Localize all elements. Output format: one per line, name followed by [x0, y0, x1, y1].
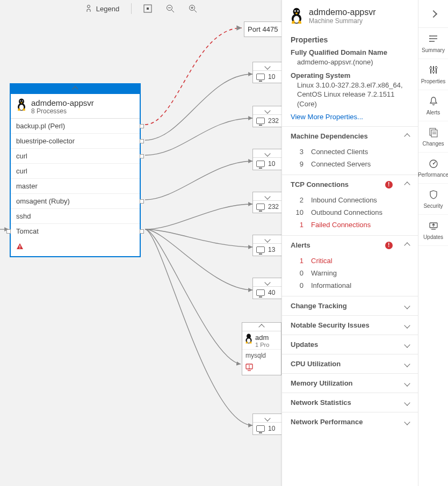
port-node[interactable]: Port 4475 — [244, 21, 283, 37]
accordion-collapsed: Network Statistics — [282, 393, 418, 412]
server-group-node[interactable]: 10 — [252, 414, 283, 435]
server-group-node[interactable]: 40 — [252, 278, 283, 299]
alerts-title: Alerts — [291, 241, 310, 249]
card2-collapse-button[interactable] — [242, 323, 281, 331]
accordion-header-deps[interactable]: Machine Dependencies — [282, 127, 418, 146]
error-badge-icon: ! — [385, 181, 393, 188]
node-expand-button[interactable] — [253, 414, 282, 423]
accordion-header[interactable]: Updates — [282, 335, 418, 354]
node-expand-button[interactable] — [253, 62, 282, 71]
accordion-header-alerts[interactable]: Alerts ! — [282, 236, 418, 255]
rail-item-properties[interactable]: Properties — [418, 59, 448, 90]
process-list: backup.pl (Perl)bluestripe-collectorcurl… — [11, 118, 140, 238]
chevron-up-icon — [72, 86, 78, 92]
os-label: Operating System — [291, 71, 409, 79]
server-group-node[interactable]: 232 — [252, 192, 283, 213]
node-expand-button[interactable] — [253, 235, 282, 244]
metric-label: Warning — [311, 269, 337, 277]
process-row[interactable]: curl — [11, 164, 140, 179]
card2-alert — [242, 361, 281, 375]
accordion-header[interactable]: Change Tracking — [282, 296, 418, 315]
svg-point-15 — [20, 101, 21, 101]
svg-point-36 — [429, 41, 430, 42]
metric-row[interactable]: 2Inbound Connections — [291, 194, 409, 206]
accordion-header[interactable]: Network Performance — [282, 412, 418, 431]
process-row[interactable]: omsagent (Ruby) — [11, 194, 140, 209]
accordion-title: Notable Security Issues — [291, 321, 370, 329]
details-panel: admdemo-appsvr Machine Summary Propertie… — [281, 0, 418, 486]
rail-label: Updates — [423, 234, 443, 240]
rail-item-changes[interactable]: Changes — [418, 121, 448, 153]
card2-process[interactable]: mysqld — [242, 349, 281, 361]
rail-item-performance[interactable]: Performance — [418, 153, 448, 184]
metric-label: Outbound Connections — [311, 208, 382, 216]
metric-row[interactable]: 3Connected Clients — [291, 146, 409, 158]
card2-sub: 1 Pro — [255, 342, 269, 348]
process-row[interactable]: backup.pl (Perl) — [11, 119, 140, 134]
legend-label: Legend — [96, 5, 119, 13]
metric-count: 3 — [291, 148, 304, 156]
rail-item-security[interactable]: Security — [418, 184, 448, 215]
security-icon — [428, 189, 439, 201]
panel-expand-button[interactable] — [418, 0, 448, 28]
metric-label: Connected Clients — [311, 148, 368, 156]
metric-row[interactable]: 0Warning — [291, 267, 409, 279]
toolbar-separator — [131, 3, 132, 14]
metric-count: 0 — [291, 269, 304, 277]
server-group-node[interactable]: 232 — [252, 106, 283, 127]
monitor-icon — [256, 425, 265, 432]
chevron-down-icon — [264, 150, 270, 156]
canvas-toolbar: Legend — [0, 0, 281, 17]
metric-row[interactable]: 1Critical — [291, 255, 409, 267]
rail-label: Changes — [422, 141, 444, 147]
process-row[interactable]: sshd — [11, 209, 140, 224]
server-group-node[interactable]: 13 — [252, 235, 283, 256]
chevron-up-icon — [404, 242, 410, 248]
monitor-icon — [256, 118, 265, 124]
view-more-properties-link[interactable]: View More Properties... — [291, 113, 363, 121]
svg-point-16 — [23, 101, 23, 101]
card-collapse-button[interactable] — [11, 84, 140, 94]
process-row[interactable]: master — [11, 179, 140, 194]
zoom-out-button[interactable] — [164, 2, 177, 15]
metric-row[interactable]: 10Outbound Connections — [291, 206, 409, 219]
fit-to-screen-button[interactable] — [141, 2, 154, 15]
rail-item-summary[interactable]: Summary — [418, 28, 448, 59]
rail-item-alerts[interactable]: Alerts — [418, 90, 448, 121]
monitor-icon — [256, 289, 265, 296]
process-row[interactable]: Tomcat — [11, 224, 140, 238]
rail-label: Performance — [418, 172, 448, 178]
legend-button[interactable]: Legend — [82, 2, 121, 15]
zoom-in-button[interactable] — [186, 2, 199, 15]
linux-icon — [244, 333, 253, 344]
node-expand-button[interactable] — [253, 106, 282, 115]
server-group-node[interactable]: 10 — [252, 149, 283, 170]
chevron-down-icon — [404, 322, 410, 328]
accordion-header[interactable]: Memory Utilization — [282, 374, 418, 393]
server-group-node[interactable]: 10 — [252, 62, 283, 83]
metric-row[interactable]: 1Failed Connections — [291, 219, 409, 231]
machine-card[interactable]: admdemo-appsvr 8 Processes backup.pl (Pe… — [10, 83, 141, 257]
accordion-header[interactable]: CPU Utilization — [282, 354, 418, 373]
metric-count: 0 — [291, 281, 304, 289]
process-row[interactable]: curl — [11, 149, 140, 164]
accordion-title: Network Performance — [291, 418, 363, 426]
svg-point-40 — [430, 67, 432, 69]
accordion-header-tcp[interactable]: TCP Connections ! — [282, 175, 418, 194]
metric-row[interactable]: 0Informational — [291, 279, 409, 292]
process-row[interactable]: bluestripe-collector — [11, 134, 140, 149]
machine-card-secondary[interactable]: adm 1 Pro mysqld — [242, 322, 281, 375]
rail-item-updates[interactable]: Updates — [418, 215, 448, 246]
node-expand-button[interactable] — [253, 149, 282, 158]
metric-label: Informational — [311, 281, 351, 289]
metric-row[interactable]: 9Connected Servers — [291, 158, 409, 170]
svg-rect-18 — [19, 248, 20, 249]
alert-icon — [16, 243, 24, 250]
node-expand-button[interactable] — [253, 192, 282, 201]
svg-line-7 — [194, 10, 197, 13]
machine-subtitle: 8 Processes — [31, 107, 94, 115]
node-expand-button[interactable] — [253, 278, 282, 287]
accordion-header[interactable]: Network Statistics — [282, 393, 418, 412]
accordion-header[interactable]: Notable Security Issues — [282, 316, 418, 335]
svg-point-25 — [249, 367, 250, 368]
